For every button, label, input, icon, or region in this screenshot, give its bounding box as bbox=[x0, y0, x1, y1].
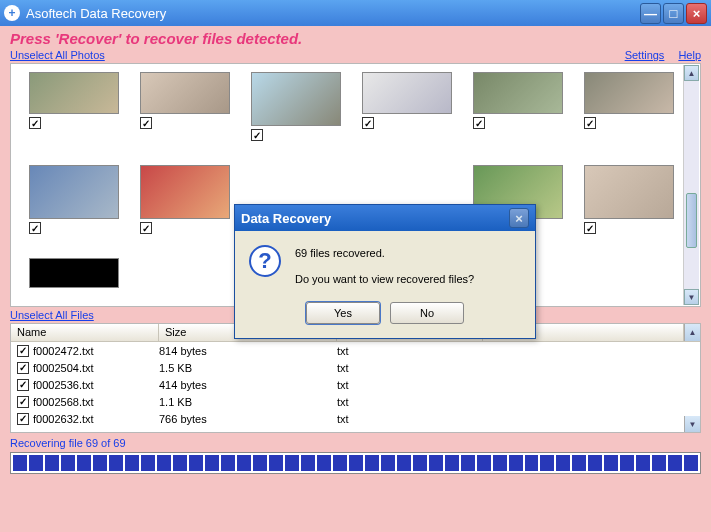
window-title: Asoftech Data Recovery bbox=[26, 6, 640, 21]
photo-thumbnail[interactable] bbox=[473, 72, 563, 114]
photo-item[interactable]: ✓ bbox=[29, 72, 119, 141]
progress-segment bbox=[237, 455, 251, 471]
photo-checkbox[interactable]: ✓ bbox=[473, 117, 485, 129]
file-row[interactable]: ✓f0002504.txt1.5 KBtxt bbox=[11, 359, 700, 376]
progress-segment bbox=[269, 455, 283, 471]
help-link[interactable]: Help bbox=[678, 49, 701, 61]
progress-segment bbox=[413, 455, 427, 471]
unselect-all-files-link[interactable]: Unselect All Files bbox=[10, 309, 94, 321]
column-header-name[interactable]: Name bbox=[11, 324, 159, 341]
file-size: 1.5 KB bbox=[159, 362, 337, 374]
photo-checkbox[interactable]: ✓ bbox=[29, 117, 41, 129]
photo-thumbnail[interactable] bbox=[584, 165, 674, 219]
file-row[interactable]: ✓f0002568.txt1.1 KBtxt bbox=[11, 393, 700, 410]
file-checkbox[interactable]: ✓ bbox=[17, 345, 29, 357]
photo-item[interactable]: ✓ bbox=[140, 72, 230, 141]
progress-segment bbox=[477, 455, 491, 471]
file-name: f0002568.txt bbox=[33, 396, 159, 408]
progress-segment bbox=[189, 455, 203, 471]
scroll-up-icon[interactable]: ▲ bbox=[684, 65, 699, 81]
photo-checkbox[interactable]: ✓ bbox=[140, 222, 152, 234]
progress-segment bbox=[572, 455, 586, 471]
photo-item[interactable]: ✓ bbox=[251, 72, 341, 141]
photo-checkbox[interactable]: ✓ bbox=[140, 117, 152, 129]
file-row[interactable]: ✓f0002472.txt814 bytestxt bbox=[11, 342, 700, 359]
progress-segment bbox=[445, 455, 459, 471]
file-ext: txt bbox=[337, 396, 483, 408]
progress-segment bbox=[349, 455, 363, 471]
settings-link[interactable]: Settings bbox=[625, 49, 665, 61]
progress-segment bbox=[205, 455, 219, 471]
photo-thumbnail[interactable] bbox=[362, 72, 452, 114]
file-size: 814 bytes bbox=[159, 345, 337, 357]
file-ext: txt bbox=[337, 362, 483, 374]
photo-checkbox[interactable]: ✓ bbox=[362, 117, 374, 129]
file-checkbox[interactable]: ✓ bbox=[17, 413, 29, 425]
progress-segment bbox=[29, 455, 43, 471]
progress-segment bbox=[620, 455, 634, 471]
minimize-button[interactable]: — bbox=[640, 3, 661, 24]
progress-segment bbox=[61, 455, 75, 471]
question-icon: ? bbox=[249, 245, 281, 277]
file-row[interactable]: ✓f0002632.txt766 bytestxt bbox=[11, 410, 700, 427]
file-checkbox[interactable]: ✓ bbox=[17, 362, 29, 374]
dialog-title: Data Recovery bbox=[241, 211, 509, 226]
dialog-close-button[interactable]: × bbox=[509, 208, 529, 228]
scroll-up-icon[interactable]: ▲ bbox=[684, 324, 700, 341]
progress-segment bbox=[604, 455, 618, 471]
file-checkbox[interactable]: ✓ bbox=[17, 379, 29, 391]
photo-thumbnail[interactable] bbox=[29, 72, 119, 114]
file-checkbox[interactable]: ✓ bbox=[17, 396, 29, 408]
scroll-thumb[interactable] bbox=[686, 193, 697, 248]
status-text: Recovering file 69 of 69 bbox=[10, 437, 701, 449]
photo-item[interactable]: ✓ bbox=[473, 72, 563, 141]
titlebar: + Asoftech Data Recovery — □ × bbox=[0, 0, 711, 26]
progress-segment bbox=[556, 455, 570, 471]
photo-thumbnail[interactable] bbox=[251, 72, 341, 126]
file-name: f0002504.txt bbox=[33, 362, 159, 374]
photo-checkbox[interactable]: ✓ bbox=[584, 222, 596, 234]
progress-segment bbox=[461, 455, 475, 471]
progress-segment bbox=[333, 455, 347, 471]
app-icon: + bbox=[4, 5, 20, 21]
dialog-message: 69 files recovered. Do you want to view … bbox=[295, 245, 474, 288]
scroll-down-icon[interactable]: ▼ bbox=[684, 416, 700, 432]
dialog-line1: 69 files recovered. bbox=[295, 245, 474, 263]
photo-item[interactable] bbox=[29, 258, 119, 288]
progress-segment bbox=[493, 455, 507, 471]
progress-segment bbox=[397, 455, 411, 471]
dialog-line2: Do you want to view recovered files? bbox=[295, 271, 474, 289]
unselect-all-photos-link[interactable]: Unselect All Photos bbox=[10, 49, 105, 61]
progress-segment bbox=[109, 455, 123, 471]
progress-segment bbox=[317, 455, 331, 471]
progress-segment bbox=[301, 455, 315, 471]
photo-checkbox[interactable]: ✓ bbox=[584, 117, 596, 129]
progress-segment bbox=[285, 455, 299, 471]
app-body: Press 'Recover' to recover files detecte… bbox=[0, 26, 711, 532]
progress-segment bbox=[253, 455, 267, 471]
photo-checkbox[interactable]: ✓ bbox=[251, 129, 263, 141]
file-row[interactable]: ✓f0002536.txt414 bytestxt bbox=[11, 376, 700, 393]
photo-item[interactable]: ✓ bbox=[584, 165, 674, 234]
no-button[interactable]: No bbox=[390, 302, 464, 324]
photo-item[interactable]: ✓ bbox=[584, 72, 674, 141]
file-size: 766 bytes bbox=[159, 413, 337, 425]
progress-segment bbox=[668, 455, 682, 471]
photo-thumbnail[interactable] bbox=[29, 165, 119, 219]
photo-item[interactable]: ✓ bbox=[362, 72, 452, 141]
photo-thumbnail[interactable] bbox=[584, 72, 674, 114]
progress-segment bbox=[652, 455, 666, 471]
maximize-button[interactable]: □ bbox=[663, 3, 684, 24]
photo-thumbnail[interactable] bbox=[140, 165, 230, 219]
photo-item[interactable]: ✓ bbox=[140, 165, 230, 234]
close-button[interactable]: × bbox=[686, 3, 707, 24]
photo-checkbox[interactable]: ✓ bbox=[29, 222, 41, 234]
progress-segment bbox=[509, 455, 523, 471]
photo-thumbnail[interactable] bbox=[140, 72, 230, 114]
yes-button[interactable]: Yes bbox=[306, 302, 380, 324]
photo-thumbnail[interactable] bbox=[29, 258, 119, 288]
photo-scrollbar[interactable]: ▲ ▼ bbox=[683, 65, 699, 305]
photo-item[interactable]: ✓ bbox=[29, 165, 119, 234]
scroll-down-icon[interactable]: ▼ bbox=[684, 289, 699, 305]
progress-segment bbox=[684, 455, 698, 471]
